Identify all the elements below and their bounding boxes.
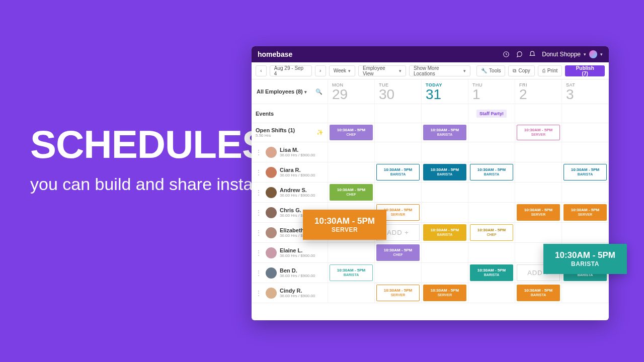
shift-cell[interactable]: [422, 203, 468, 223]
shift-cell[interactable]: [515, 162, 562, 183]
shift-cell[interactable]: 10:30AM - 5PMSERVER: [562, 203, 609, 223]
shift-cell[interactable]: [515, 183, 562, 203]
shift-cell[interactable]: [468, 203, 515, 223]
shift-block[interactable]: 10:30AM - 5PMBARISTA: [330, 264, 373, 281]
bell-icon[interactable]: [529, 51, 536, 58]
shift-cell[interactable]: [422, 243, 468, 263]
event-cell[interactable]: Staff Party!: [468, 104, 515, 123]
shift-block[interactable]: 10:30AM - 5PMCHEF: [470, 224, 513, 241]
drag-handle-icon[interactable]: ⋮: [256, 169, 262, 176]
shift-cell[interactable]: [422, 142, 468, 162]
locations-select[interactable]: Show More Locations▾: [409, 65, 470, 76]
shift-block[interactable]: 10:30AM - 5PMBARISTA: [470, 264, 513, 281]
drag-handle-icon[interactable]: ⋮: [256, 209, 262, 216]
shift-cell[interactable]: [422, 183, 468, 203]
shift-cell[interactable]: [375, 142, 422, 162]
event-cell[interactable]: [328, 104, 375, 123]
shift-cell[interactable]: [328, 142, 375, 162]
shift-cell[interactable]: 10:30AM - 5PMCHEF: [328, 183, 375, 203]
drag-handle-icon[interactable]: ⋮: [256, 249, 262, 256]
shift-cell[interactable]: [562, 223, 609, 243]
employee-name[interactable]: Andrew S.: [280, 187, 315, 193]
shift-block[interactable]: 10:30AM - 5PMBARISTA: [376, 164, 420, 180]
event-chip[interactable]: Staff Party!: [476, 110, 507, 118]
shift-cell[interactable]: [515, 223, 562, 243]
employee-filter[interactable]: All Employees (8) ▾: [257, 88, 307, 95]
drag-handle-icon[interactable]: ⋮: [256, 229, 262, 236]
employee-name[interactable]: Ciara R.: [280, 167, 315, 173]
shift-block[interactable]: 10:30AM - 5PMBARISTA: [564, 164, 607, 180]
shift-cell[interactable]: [468, 243, 515, 263]
shift-block[interactable]: 10:30AM - 5PMCHEF: [376, 244, 420, 261]
shift-cell[interactable]: 10:30AM - 5PMCHEF: [328, 123, 375, 142]
shift-cell[interactable]: [562, 283, 609, 303]
event-cell[interactable]: [375, 104, 422, 123]
shift-cell[interactable]: 10:30AM - 5PMSERVER: [515, 123, 562, 142]
drag-handle-icon[interactable]: ⋮: [256, 290, 262, 297]
shift-cell[interactable]: [562, 123, 609, 142]
shift-cell[interactable]: 10:30AM - 5PMBARISTA: [375, 162, 422, 183]
dragged-shift-card[interactable]: 10:30AM - 5PM SERVER: [303, 210, 386, 240]
shift-cell[interactable]: [562, 183, 609, 203]
shift-cell[interactable]: 10:30AM - 5PMBARISTA: [328, 263, 375, 283]
shift-block[interactable]: 10:30AM - 5PMBARISTA: [423, 164, 466, 180]
prev-week-button[interactable]: ‹: [256, 65, 267, 76]
employee-name[interactable]: Cindy R.: [280, 288, 315, 294]
dragged-shift-card[interactable]: 10:30AM - 5PM BARISTA: [543, 244, 627, 274]
day-header[interactable]: SAT3: [562, 79, 609, 104]
shift-block[interactable]: 10:30AM - 5PMCHEF: [330, 125, 373, 140]
shift-cell[interactable]: 10:30AM - 5PMBARISTA: [468, 263, 515, 283]
shift-cell[interactable]: [468, 142, 515, 162]
drag-handle-icon[interactable]: ⋮: [256, 189, 262, 196]
shift-cell[interactable]: [328, 243, 375, 263]
employee-name[interactable]: Ben D.: [280, 267, 315, 274]
day-header[interactable]: FRI2: [515, 79, 562, 104]
shift-cell[interactable]: 10:30AM - 5PMBARISTA: [562, 162, 609, 183]
shift-cell[interactable]: [422, 263, 468, 283]
shift-cell[interactable]: 10:30AM - 5PMSERVER: [515, 203, 562, 223]
print-button[interactable]: ⎙Print: [538, 65, 562, 76]
search-icon[interactable]: 🔍: [315, 88, 323, 95]
shift-block[interactable]: 10:30AM - 5PMSERVER: [564, 204, 607, 221]
view-mode-select[interactable]: Week▾: [329, 65, 355, 76]
shift-block[interactable]: 10:30AM - 5PMSERVER: [376, 285, 420, 301]
employee-name[interactable]: Elaine L.: [280, 247, 315, 253]
shift-cell[interactable]: [468, 283, 515, 303]
shift-cell[interactable]: [375, 183, 422, 203]
copy-button[interactable]: ⧉Copy: [508, 65, 534, 76]
shift-cell[interactable]: [375, 263, 422, 283]
shift-cell[interactable]: 10:30AM - 5PMCHEF: [375, 243, 422, 263]
shift-cell[interactable]: 10:30AM - 5PMCHEF: [468, 223, 515, 243]
day-header[interactable]: TUE30: [375, 79, 422, 104]
shift-block[interactable]: 10:30AM - 5PMSERVER: [423, 285, 466, 301]
shift-cell[interactable]: [468, 183, 515, 203]
shift-cell[interactable]: 10:30AM - 5PMBARISTA: [515, 283, 562, 303]
shift-cell[interactable]: 10:30AM - 5PMBARISTA: [422, 223, 468, 243]
shift-cell[interactable]: [562, 142, 609, 162]
shift-cell[interactable]: [328, 283, 375, 303]
shift-cell[interactable]: [375, 123, 422, 142]
shift-cell[interactable]: 10:30AM - 5PMBARISTA: [468, 162, 515, 183]
tools-button[interactable]: 🔧Tools: [476, 65, 505, 76]
shift-cell[interactable]: 10:30AM - 5PMBARISTA: [422, 162, 468, 183]
day-header[interactable]: MON29: [328, 79, 375, 104]
clock-icon[interactable]: [503, 51, 510, 58]
group-mode-select[interactable]: Employee View▾: [358, 65, 406, 76]
next-week-button[interactable]: ›: [315, 65, 326, 76]
event-cell[interactable]: [515, 104, 562, 123]
date-range-picker[interactable]: Aug 29 - Sep 4: [270, 65, 312, 76]
chat-icon[interactable]: [516, 51, 523, 58]
shift-block[interactable]: 10:30AM - 5PMBARISTA: [423, 125, 466, 140]
publish-button[interactable]: Publish (7): [565, 65, 605, 76]
shift-block[interactable]: 10:30AM - 5PMCHEF: [330, 184, 373, 201]
drag-handle-icon[interactable]: ⋮: [256, 269, 262, 277]
employee-name[interactable]: Lisa M.: [280, 147, 315, 153]
shift-cell[interactable]: 10:30AM - 5PMSERVER: [422, 283, 468, 303]
shift-block[interactable]: 10:30AM - 5PMBARISTA: [470, 164, 513, 180]
workspace-switcher[interactable]: Donut Shoppe ▾ ▾: [542, 50, 603, 58]
shift-cell[interactable]: [468, 123, 515, 142]
event-cell[interactable]: [562, 104, 609, 123]
shift-cell[interactable]: 10:30AM - 5PMBARISTA: [422, 123, 468, 142]
shift-block[interactable]: 10:30AM - 5PMBARISTA: [423, 224, 466, 241]
shift-block[interactable]: 10:30AM - 5PMSERVER: [517, 125, 560, 140]
